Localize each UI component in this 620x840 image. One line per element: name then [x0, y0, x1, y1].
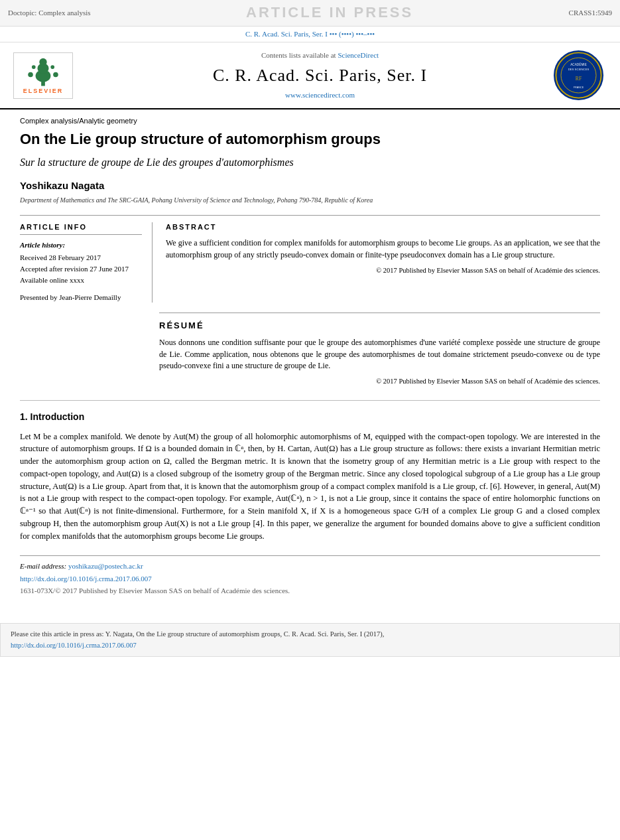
elsevier-logo-container: ELSEVIER [13, 52, 73, 99]
resume-copyright: © 2017 Published by Elsevier Masson SAS … [159, 377, 600, 387]
email-line: E-mail address: yoshikazu@postech.ac.kr [20, 561, 600, 571]
abstract-text: We give a sufficient condition for compl… [166, 238, 600, 261]
article-title: On the Lie group structure of automorphi… [20, 130, 600, 149]
journal-title: C. R. Acad. Sci. Paris, Ser. I [86, 64, 554, 88]
elsevier-text: ELSEVIER [23, 87, 64, 96]
citation-line: C. R. Acad. Sci. Paris, Ser. I ••• (••••… [0, 27, 620, 42]
email-label: E-mail address: [20, 562, 66, 570]
introduction-section: 1. Introduction Let M be a complex manif… [20, 400, 600, 542]
svg-point-4 [28, 72, 33, 77]
svg-text:ACADÉMIE: ACADÉMIE [570, 62, 587, 66]
info-abstract-row: ARTICLE INFO Article history: Received 2… [20, 215, 600, 303]
introduction-header: 1. Introduction [20, 411, 600, 424]
abstract-copyright: © 2017 Published by Elsevier Masson SAS … [166, 266, 600, 276]
svg-point-5 [53, 72, 58, 77]
history-label: Article history: [20, 240, 142, 250]
resume-section: RÉSUMÉ Nous donnons une condition suffis… [159, 313, 600, 387]
contents-line: Contents lists available at ScienceDirec… [86, 50, 554, 60]
journal-url-link[interactable]: www.sciencedirect.com [285, 91, 355, 99]
crass-label: CRASS1:5949 [569, 8, 612, 18]
introduction-paragraph1: Let M be a complex manifold. We denote b… [20, 431, 600, 543]
article-info: ARTICLE INFO Article history: Received 2… [20, 222, 153, 303]
article-content: Complex analysis/Analytic geometry On th… [0, 109, 620, 609]
available-line: Available online xxxx [20, 275, 142, 285]
article-subtitle: Sur la structure de groupe de Lie des gr… [20, 155, 600, 170]
svg-point-6 [32, 65, 36, 69]
academy-seal-icon: ACADÉMIE DES SCIENCES RF FRANCE [555, 50, 602, 100]
academy-logo: ACADÉMIE DES SCIENCES RF FRANCE [554, 50, 603, 100]
bottom-bar: Please cite this article in press as: Y.… [0, 623, 620, 658]
journal-center-info: Contents lists available at ScienceDirec… [86, 50, 554, 100]
article-in-press-label: ARTICLE IN PRESS [246, 3, 413, 23]
resume-header: RÉSUMÉ [159, 320, 600, 332]
svg-point-7 [50, 65, 54, 69]
received-line: Received 28 February 2017 [20, 253, 142, 263]
elsevier-box: ELSEVIER [13, 52, 73, 99]
section-tag: Complex analysis/Analytic geometry [20, 116, 600, 126]
contents-label: Contents lists available at [261, 51, 336, 59]
journal-header: ELSEVIER Contents lists available at Sci… [0, 42, 620, 109]
elsevier-tree-icon [20, 56, 66, 87]
footer-notes: E-mail address: yoshikazu@postech.ac.kr … [20, 555, 600, 596]
doi-link[interactable]: http://dx.doi.org/10.1016/j.crma.2017.06… [20, 575, 152, 583]
cite-line: Please cite this article in press as: Y.… [11, 629, 609, 640]
cite-text: Please cite this article in press as: Y.… [11, 630, 384, 638]
right-logo: ACADÉMIE DES SCIENCES RF FRANCE [554, 50, 607, 100]
journal-url: www.sciencedirect.com [86, 90, 554, 100]
svg-text:FRANCE: FRANCE [574, 86, 584, 89]
cite-doi-link[interactable]: http://dx.doi.org/10.1016/j.crma.2017.06… [11, 642, 137, 649]
abstract-header: ABSTRACT [166, 222, 600, 232]
intro-text-content: Let M be a complex manifold. We denote b… [20, 432, 600, 541]
top-bar: Doctopic: Complex analysis ARTICLE IN PR… [0, 0, 620, 27]
svg-text:RF: RF [576, 76, 582, 82]
svg-text:DES SCIENCES: DES SCIENCES [568, 68, 589, 72]
accepted-line: Accepted after revision 27 June 2017 [20, 264, 142, 274]
abstract-section: ABSTRACT We give a sufficient condition … [166, 222, 600, 303]
article-info-header: ARTICLE INFO [20, 222, 142, 235]
cite-doi-line: http://dx.doi.org/10.1016/j.crma.2017.06… [11, 640, 609, 651]
email-link[interactable]: yoshikazu@postech.ac.kr [68, 562, 143, 570]
affiliation: Department of Mathematics and The SRC-GA… [20, 196, 600, 205]
svg-point-3 [39, 58, 46, 66]
issn-line: 1631-073X/© 2017 Published by Elsevier M… [20, 586, 600, 596]
doctopic-label: Doctopic: Complex analysis [8, 8, 91, 18]
sciencedirect-link[interactable]: ScienceDirect [338, 51, 379, 59]
citation-text: C. R. Acad. Sci. Paris, Ser. I ••• (••••… [245, 30, 375, 38]
resume-text: Nous donnons une condition suffisante po… [159, 337, 600, 372]
presented-by: Presented by Jean-Pierre Demailly [20, 293, 142, 303]
doi-line: http://dx.doi.org/10.1016/j.crma.2017.06… [20, 574, 600, 584]
page: Doctopic: Complex analysis ARTICLE IN PR… [0, 0, 620, 840]
author-name: Yoshikazu Nagata [20, 178, 600, 192]
